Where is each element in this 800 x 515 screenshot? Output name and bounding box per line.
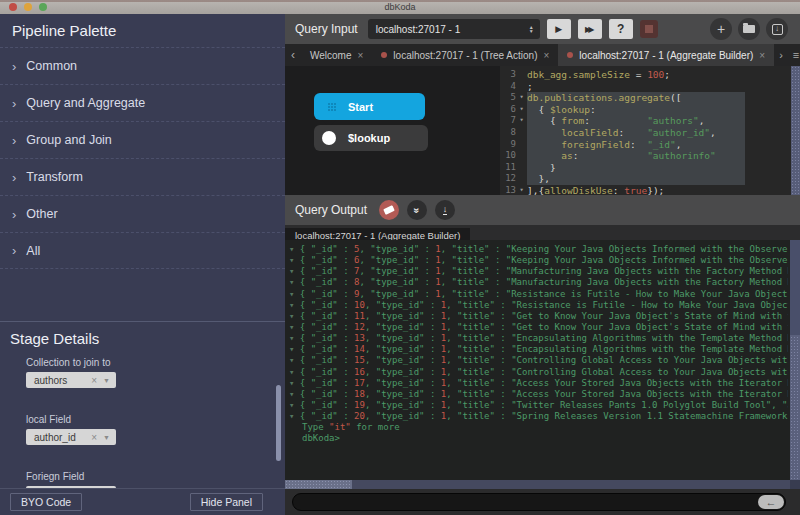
editor-line: 4; [500, 81, 800, 93]
expand-row-icon[interactable]: ▾ [289, 244, 300, 254]
palette-category-transform[interactable]: ›Transform [0, 158, 285, 195]
command-input[interactable]: ← [292, 493, 786, 511]
editor-line: 6▾ { $lookup: [500, 104, 800, 116]
stop-button[interactable] [640, 20, 658, 38]
expand-row-icon[interactable]: ▾ [289, 400, 300, 410]
save-output-button[interactable]: ↓ [435, 200, 455, 220]
sidebar-scrollbar-thumb[interactable] [276, 385, 281, 461]
expand-row-icon[interactable]: ▾ [289, 344, 300, 354]
open-file-button[interactable] [738, 18, 760, 40]
code-editor[interactable]: 3dbk_agg.sampleSize = 100;4;5▾db.publica… [500, 66, 800, 195]
chevron-right-icon: › [12, 96, 16, 111]
clear-output-button[interactable] [379, 200, 399, 220]
expand-row-icon[interactable]: ▾ [289, 255, 300, 265]
expand-row-icon[interactable]: ▾ [289, 266, 300, 276]
console-row: ▾ { "_id" : 7, "type_id" : 1, "title" : … [289, 266, 788, 277]
console-row: ▾ { "_id" : 20, "type_id" : 1, "title" :… [289, 411, 788, 422]
fold-toggle-icon [516, 162, 527, 174]
line-number: 11 [500, 162, 516, 174]
hide-panel-button[interactable]: Hide Panel [190, 493, 263, 511]
line-number: 5 [500, 92, 516, 104]
output-console[interactable]: ▾ { "_id" : 5, "type_id" : 1, "title" : … [285, 240, 800, 480]
chevron-right-icon: › [12, 243, 16, 258]
palette-category-label: Group and Join [26, 133, 111, 147]
code-text: as: "authorinfo" [527, 150, 800, 162]
add-editor-button[interactable]: + [710, 18, 732, 40]
chevron-right-icon: › [12, 170, 16, 185]
close-tab-icon[interactable]: × [759, 50, 765, 61]
expand-row-icon[interactable]: ▾ [289, 300, 300, 310]
console-row: ▾ { "_id" : 10, "type_id" : 1, "title" :… [289, 300, 788, 311]
clear-value-icon[interactable]: × [91, 432, 97, 443]
chevron-right-icon: › [12, 133, 16, 148]
stage-field-label: Collection to join to [26, 357, 285, 368]
palette-category-query-and-aggregate[interactable]: ›Query and Aggregate [0, 84, 285, 121]
lookup-block-label: $lookup [348, 132, 390, 144]
editor-tabs: Welcome×localhost:27017 - 1 (Tree Action… [301, 44, 774, 66]
palette-category-all[interactable]: ›All [0, 232, 285, 269]
fold-toggle-icon[interactable]: ▾ [516, 185, 527, 195]
connection-select[interactable]: localhost:27017 - 1 ▲▼ [368, 19, 540, 39]
fold-toggle-icon[interactable]: ▾ [516, 92, 527, 104]
editor-line: 5▾db.publications.aggregate([ [500, 92, 800, 104]
expand-row-icon[interactable]: ▾ [289, 333, 300, 343]
tabs-scroll-right-icon[interactable]: › [774, 49, 788, 61]
expand-row-icon[interactable]: ▾ [289, 355, 300, 365]
save-file-button[interactable]: ↓ [766, 18, 788, 40]
explain-button[interactable]: ? [609, 19, 633, 39]
close-tab-icon[interactable]: × [358, 50, 364, 61]
editor-line: 11 } [500, 162, 800, 174]
code-text: ; [527, 81, 800, 93]
history-back-button[interactable]: ← [758, 495, 784, 509]
pipeline-start-block[interactable]: Start [314, 93, 425, 120]
fold-toggle-icon[interactable]: ▾ [516, 115, 527, 127]
stage-field-label: local Field [26, 414, 285, 425]
editor-line: 7▾ { from: "authors", [500, 115, 800, 127]
fold-toggle-icon [516, 127, 527, 139]
palette-category-other[interactable]: ›Other [0, 195, 285, 232]
tab-list-menu-icon[interactable]: ≡ [788, 49, 800, 61]
expand-row-icon[interactable]: ▾ [289, 322, 300, 332]
expand-row-icon[interactable]: ▾ [289, 311, 300, 321]
modified-dot-icon [567, 52, 573, 58]
stage-field-select-foriegn-field[interactable]: _id×▼ [26, 486, 116, 488]
horizontal-scrollbar-track[interactable] [285, 480, 800, 489]
execute-all-button[interactable]: ▶▶ [578, 19, 602, 39]
console-more-hint: Type "it" for more [302, 422, 788, 433]
expand-row-icon[interactable]: ▾ [289, 411, 300, 421]
palette-category-group-and-join[interactable]: ›Group and Join [0, 121, 285, 158]
console-row: ▾ { "_id" : 15, "type_id" : 1, "title" :… [289, 355, 788, 366]
line-number: 6 [500, 104, 516, 116]
fold-toggle-icon [516, 81, 527, 93]
palette-category-common[interactable]: ›Common [0, 47, 285, 84]
console-scrollbar-thumb[interactable] [790, 240, 800, 335]
stage-details-section: Stage Details Collection to join toautho… [0, 321, 285, 488]
stage-field-select-collection-to-join-to[interactable]: authors×▼ [26, 372, 116, 388]
pipeline-lookup-block[interactable]: $lookup [314, 125, 428, 151]
console-scrollbar-track[interactable] [790, 240, 800, 480]
main-panel: Query Input localhost:27017 - 1 ▲▼ ▶ ▶▶ … [285, 14, 800, 515]
expand-row-icon[interactable]: ▾ [289, 378, 300, 388]
clear-value-icon[interactable]: × [91, 375, 97, 386]
expand-row-icon[interactable]: ▾ [289, 367, 300, 377]
tabs-scroll-left-icon[interactable]: ‹ [285, 48, 301, 62]
expand-row-icon[interactable]: ▾ [289, 289, 300, 299]
select-updown-icon: ▲▼ [529, 25, 534, 33]
tab-localhost-27017-1-tree-action[interactable]: localhost:27017 - 1 (Tree Action)× [372, 44, 558, 66]
line-number: 13 [500, 185, 516, 195]
connection-select-value: localhost:27017 - 1 [376, 24, 529, 35]
editor-scrollbar[interactable] [791, 66, 800, 195]
stage-field-select-local-field[interactable]: author_id×▼ [26, 429, 116, 445]
byo-code-button[interactable]: BYO Code [10, 493, 82, 511]
fold-toggle-icon[interactable]: ▾ [516, 104, 527, 116]
expand-row-icon[interactable]: ▾ [289, 277, 300, 287]
show-more-button[interactable]: » [407, 200, 427, 220]
command-bar: ← [285, 489, 800, 515]
close-tab-icon[interactable]: × [544, 50, 550, 61]
execute-button[interactable]: ▶ [547, 19, 571, 39]
tab-welcome[interactable]: Welcome× [301, 44, 372, 66]
horizontal-scrollbar-thumb[interactable] [285, 480, 352, 489]
tab-localhost-27017-1-aggregate-builder[interactable]: localhost:27017 - 1 (Aggregate Builder)× [558, 44, 774, 66]
expand-row-icon[interactable]: ▾ [289, 389, 300, 399]
query-output-label: Query Output [295, 203, 367, 217]
